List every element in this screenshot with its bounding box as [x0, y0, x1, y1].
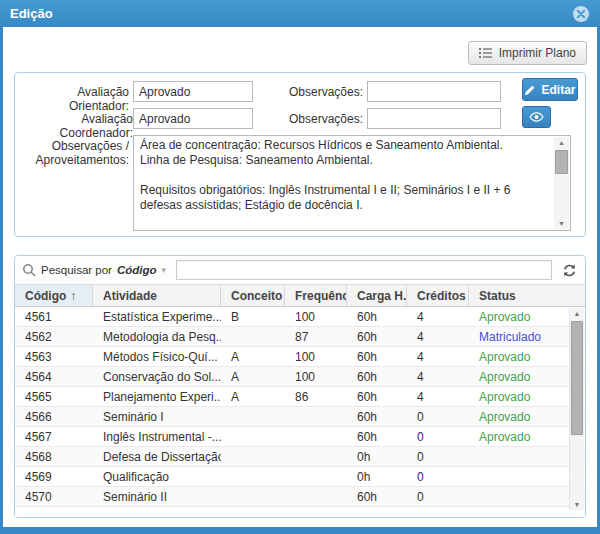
cell-carga_h: 60h: [347, 367, 407, 386]
edit-dialog: Edição Imprimir Plano: [0, 0, 600, 534]
print-plan-label: Imprimir Plano: [499, 46, 576, 60]
dialog-titlebar: Edição: [0, 0, 600, 27]
cell-codigo: 4568: [15, 447, 93, 466]
cell-status: [469, 447, 585, 466]
cell-frequencia: 86: [285, 387, 347, 406]
column-header-atividade[interactable]: Atividade: [93, 285, 221, 306]
edit-button[interactable]: Editar: [522, 78, 578, 101]
cell-creditos: 0: [407, 447, 469, 466]
table-row[interactable]: 4561Estatística Experime...B10060h4Aprov…: [15, 307, 585, 327]
cell-frequencia: 87: [285, 327, 347, 346]
close-icon[interactable]: [572, 5, 590, 23]
search-prefix-label: Pesquisar por: [41, 264, 112, 276]
activities-panel: Pesquisar por Código ▾ Código↑: [14, 255, 586, 518]
scrollbar-thumb[interactable]: [571, 321, 583, 435]
aproveitamentos-textarea[interactable]: Área de concentração: Recursos Hídricos …: [133, 135, 571, 231]
cell-atividade: Conservação do Sol...: [93, 367, 221, 386]
table-row[interactable]: 4568Defesa de Dissertação0h0: [15, 447, 585, 467]
cell-frequencia: [285, 407, 347, 426]
cell-codigo: 4570: [15, 487, 93, 506]
coordenador-input[interactable]: [133, 108, 253, 129]
cell-carga_h: 0h: [347, 467, 407, 486]
dialog-title: Edição: [10, 6, 53, 21]
cell-atividade: Métodos Físico-Quí...: [93, 347, 221, 366]
aproveitamentos-label: Observações / Aproveitamentos:: [15, 139, 129, 167]
cell-conceito: A: [221, 367, 285, 386]
column-header-carga[interactable]: Carga H.: [347, 285, 407, 306]
cell-creditos: 4: [407, 347, 469, 366]
cell-frequencia: [285, 427, 347, 446]
scroll-down-icon[interactable]: ▼: [570, 500, 584, 509]
cell-conceito: A: [221, 347, 285, 366]
table-row[interactable]: 4570Seminário II60h0: [15, 487, 585, 507]
cell-codigo: 4569: [15, 467, 93, 486]
column-header-frequencia[interactable]: Frequência: [285, 285, 347, 306]
cell-codigo: 4565: [15, 387, 93, 406]
orientador-label: Avaliação Orientador:: [15, 85, 129, 113]
cell-creditos: 4: [407, 307, 469, 326]
table-row[interactable]: 4569Qualificação0h0: [15, 467, 585, 487]
cell-status: Aprovado: [469, 347, 585, 366]
activities-rows: 4561Estatística Experime...B10060h4Aprov…: [15, 307, 585, 517]
cell-codigo: 4564: [15, 367, 93, 386]
scroll-up-icon[interactable]: ▲: [570, 309, 584, 318]
table-scrollbar[interactable]: ▲ ▼: [569, 308, 584, 510]
scroll-up-icon[interactable]: ▲: [554, 138, 569, 147]
list-icon: [479, 47, 493, 59]
scroll-down-icon[interactable]: ▼: [554, 219, 569, 228]
search-input[interactable]: [176, 260, 552, 280]
cell-atividade: Estatística Experime...: [93, 307, 221, 326]
cell-carga_h: 0h: [347, 447, 407, 466]
table-row[interactable]: 4564Conservação do Sol...A10060h4Aprovad…: [15, 367, 585, 387]
print-plan-button[interactable]: Imprimir Plano: [468, 41, 587, 65]
cell-carga_h: 60h: [347, 327, 407, 346]
cell-conceito: [221, 487, 285, 506]
cell-frequencia: 100: [285, 347, 347, 366]
cell-frequencia: 100: [285, 367, 347, 386]
coordenador-obs-input[interactable]: [367, 108, 501, 129]
cell-atividade: Inglês Instrumental -...: [93, 427, 221, 446]
cell-status: [469, 467, 585, 486]
edit-button-label: Editar: [541, 83, 575, 97]
cell-atividade: Defesa de Dissertação: [93, 447, 221, 466]
cell-conceito: [221, 407, 285, 426]
search-field-label: Código: [117, 264, 157, 276]
orientador-obs-input[interactable]: [367, 81, 501, 102]
coordenador-obs-label: Observações:: [277, 112, 363, 126]
cell-creditos: 0: [407, 487, 469, 506]
table-row[interactable]: 4565Planejamento Experi...A8660h4Aprovad…: [15, 387, 585, 407]
search-field-dropdown[interactable]: Pesquisar por Código ▾: [22, 263, 170, 277]
dialog-body: Imprimir Plano Avaliação Orientador: Obs…: [3, 27, 597, 527]
table-row[interactable]: 4567Inglês Instrumental -...60h0Aprovado: [15, 427, 585, 447]
table-row[interactable]: 4566Seminário I60h0Aprovado: [15, 407, 585, 427]
cell-codigo: 4563: [15, 347, 93, 366]
column-header-creditos[interactable]: Créditos: [407, 285, 469, 306]
column-header-status[interactable]: Status: [469, 285, 585, 306]
cell-conceito: [221, 467, 285, 486]
column-header-label: Código: [25, 289, 66, 303]
textarea-scrollbar[interactable]: ▲ ▼: [554, 137, 569, 229]
cell-carga_h: 60h: [347, 487, 407, 506]
table-search-row: Pesquisar por Código ▾: [15, 256, 585, 284]
table-row[interactable]: 4563Métodos Físico-Quí...A10060h4Aprovad…: [15, 347, 585, 367]
cell-frequencia: 100: [285, 307, 347, 326]
eye-icon: [529, 112, 544, 122]
cell-creditos: 4: [407, 387, 469, 406]
cell-atividade: Qualificação: [93, 467, 221, 486]
aproveitamentos-text: Área de concentração: Recursos Hídricos …: [140, 138, 550, 228]
cell-carga_h: 60h: [347, 407, 407, 426]
view-observations-button[interactable]: [522, 106, 551, 128]
column-header-conceito[interactable]: Conceito: [221, 285, 285, 306]
cell-creditos: 4: [407, 327, 469, 346]
orientador-input[interactable]: [133, 81, 253, 102]
scrollbar-thumb[interactable]: [555, 150, 568, 174]
refresh-icon[interactable]: [560, 261, 578, 279]
cell-status: Aprovado: [469, 367, 585, 386]
cell-carga_h: 60h: [347, 387, 407, 406]
cell-status: Aprovado: [469, 307, 585, 326]
cell-atividade: Seminário II: [93, 487, 221, 506]
column-header-codigo[interactable]: Código↑: [15, 285, 93, 306]
table-row[interactable]: 4562Metodologia da Pesq...8760h4Matricul…: [15, 327, 585, 347]
cell-conceito: A: [221, 387, 285, 406]
cell-codigo: 4561: [15, 307, 93, 326]
